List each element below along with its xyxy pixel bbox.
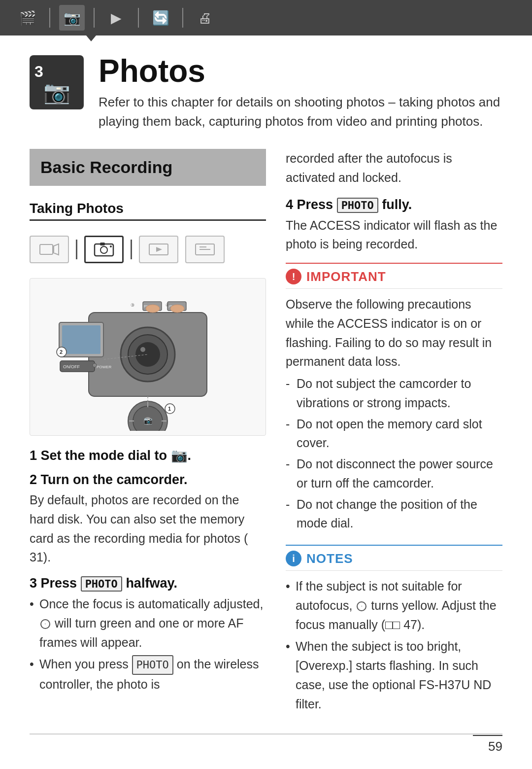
- chapter-number: 3: [30, 60, 48, 79]
- chapter-description: Refer to this chapter for details on sho…: [99, 93, 502, 131]
- mode-icon-photo-active[interactable]: [84, 236, 124, 263]
- mode-separator: [76, 240, 77, 259]
- top-navigation: 🎬 📷 ▶ 🔄 🖨: [0, 0, 532, 35]
- nav-arrow-indicator: [86, 35, 96, 41]
- section-header-basic-recording: Basic Recording: [30, 149, 266, 186]
- important-list: Do not subject the camcorder to vibratio…: [286, 374, 502, 533]
- important-item-4: Do not change the position of the mode d…: [286, 495, 502, 533]
- important-item-3: Do not disconnect the power source or tu…: [286, 454, 502, 493]
- step-4-body: The ACCESS indicator will flash as the p…: [286, 216, 502, 254]
- step-3-label: Press: [41, 576, 77, 591]
- chapter-title: Photos: [99, 55, 502, 87]
- important-intro: Observe the following precautions while …: [286, 295, 502, 371]
- important-body: Observe the following precautions while …: [286, 295, 502, 533]
- step-2-label: Turn on the camcorder.: [41, 472, 188, 487]
- step-4-heading: 4 Press PHOTO fully.: [286, 197, 502, 213]
- nav-icon-play[interactable]: ▶: [103, 5, 129, 31]
- step-3-bullet-2: When you press PHOTO on the wireless con…: [30, 655, 266, 694]
- nav-icon-print[interactable]: 🖨: [192, 5, 218, 31]
- svg-text:POWER: POWER: [97, 365, 111, 369]
- step-4-suffix: fully.: [382, 197, 412, 212]
- svg-rect-17: [62, 325, 100, 354]
- important-box: ! IMPORTANT Observe the following precau…: [286, 263, 502, 533]
- important-item-2: Do not open the memory card slot cover.: [286, 415, 502, 453]
- step-4-label: Press: [297, 197, 333, 212]
- mode-icons-row: [30, 231, 266, 268]
- notes-item-1: If the subject is not suitable for autof…: [286, 577, 502, 634]
- step-1: 1 Set the mode dial to 📷.: [30, 448, 266, 463]
- right-column: recorded after the autofocus is activate…: [286, 149, 502, 716]
- notes-box: i NOTES If the subject is not suitable f…: [286, 545, 502, 713]
- step-3-key: PHOTO: [81, 576, 122, 592]
- nav-icons-group: 🎬 📷 ▶ 🔄 🖨: [15, 5, 218, 31]
- photo-key-inline: PHOTO: [132, 655, 173, 675]
- bottom-rule: [30, 734, 502, 734]
- svg-point-15: [140, 347, 145, 352]
- mode-icon-movie[interactable]: [30, 236, 69, 263]
- step-3: 3 Press PHOTO halfway. Once the focus is…: [30, 576, 266, 694]
- step-1-label: Set the mode dial to: [41, 448, 167, 463]
- svg-text:1: 1: [168, 406, 171, 412]
- nav-icon-transfer[interactable]: 🔄: [148, 5, 173, 31]
- chapter-title-area: Photos Refer to this chapter for details…: [99, 55, 502, 131]
- svg-text:📷: 📷: [144, 417, 153, 425]
- step-3-bullets: Once the focus is automatically adjusted…: [30, 594, 266, 694]
- notes-list: If the subject is not suitable for autof…: [286, 577, 502, 713]
- important-header: ! IMPORTANT: [286, 264, 502, 289]
- svg-rect-0: [40, 245, 53, 254]
- notes-header: i NOTES: [286, 546, 502, 571]
- nav-divider-2: [94, 8, 95, 28]
- nav-divider-3: [138, 8, 139, 28]
- svg-text:④: ④: [166, 303, 169, 308]
- step-3-bullet-1: Once the focus is automatically adjusted…: [30, 594, 266, 652]
- nav-icon-photo[interactable]: 📷: [59, 5, 85, 31]
- step-2-heading: 2 Turn on the camcorder.: [30, 472, 266, 488]
- svg-marker-7: [156, 247, 162, 252]
- camera-illustration-svg: ON/OFF POWER 2 PHOTO ③ PHOTO ④: [44, 283, 251, 431]
- svg-text:2: 2: [60, 349, 63, 355]
- important-label: IMPORTANT: [306, 269, 386, 284]
- svg-text:ON/OFF: ON/OFF: [63, 364, 80, 369]
- left-column: Basic Recording Taking Photos: [30, 149, 266, 716]
- notes-icon: i: [286, 551, 301, 566]
- important-icon: !: [286, 269, 301, 284]
- svg-text:③: ③: [131, 303, 134, 308]
- right-intro-text: recorded after the autofocus is activate…: [286, 149, 502, 187]
- important-item-1: Do not subject the camcorder to vibratio…: [286, 374, 502, 413]
- mode-icon-edit[interactable]: [185, 236, 225, 263]
- notes-label: NOTES: [306, 551, 353, 566]
- focus-indicator: ·: [40, 619, 50, 629]
- camera-diagram: ON/OFF POWER 2 PHOTO ③ PHOTO ④: [30, 278, 266, 436]
- svg-point-3: [100, 246, 107, 253]
- step-3-suffix: halfway.: [126, 576, 177, 591]
- chapter-badge: 3 📷: [30, 55, 84, 109]
- notes-item-2: When the subject is too bright, [Overexp…: [286, 637, 502, 713]
- step-4-key: PHOTO: [337, 198, 378, 213]
- page-content: 3 📷 Photos Refer to this chapter for det…: [0, 35, 532, 746]
- nav-divider-4: [182, 8, 183, 28]
- step-3-heading: 3 Press PHOTO halfway.: [30, 576, 266, 592]
- page-number: 59: [473, 735, 502, 754]
- svg-point-30: [146, 305, 160, 313]
- mode-icon-playback[interactable]: [139, 236, 178, 263]
- autofocus-circle: ·: [357, 601, 366, 611]
- svg-point-21: [93, 363, 97, 367]
- step-1-icon: 📷.: [171, 448, 192, 463]
- chapter-header: 3 📷 Photos Refer to this chapter for det…: [30, 55, 502, 131]
- nav-divider-1: [49, 8, 50, 28]
- chapter-icon: 📷: [43, 79, 70, 105]
- step-4: 4 Press PHOTO fully. The ACCESS indicato…: [286, 197, 502, 254]
- step-2: 2 Turn on the camcorder. By default, pho…: [30, 472, 266, 567]
- nav-icon-movie[interactable]: 🎬: [15, 5, 40, 31]
- mode-separator-2: [131, 240, 132, 259]
- subsection-taking-photos: Taking Photos: [30, 201, 266, 221]
- svg-marker-1: [54, 244, 59, 255]
- svg-point-5: [110, 245, 112, 247]
- svg-point-31: [170, 305, 184, 313]
- step-1-heading: 1 Set the mode dial to 📷.: [30, 448, 266, 463]
- step-2-body: By default, photos are recorded on the h…: [30, 490, 266, 567]
- section-title: Basic Recording: [40, 158, 255, 177]
- two-column-layout: Basic Recording Taking Photos: [30, 149, 502, 716]
